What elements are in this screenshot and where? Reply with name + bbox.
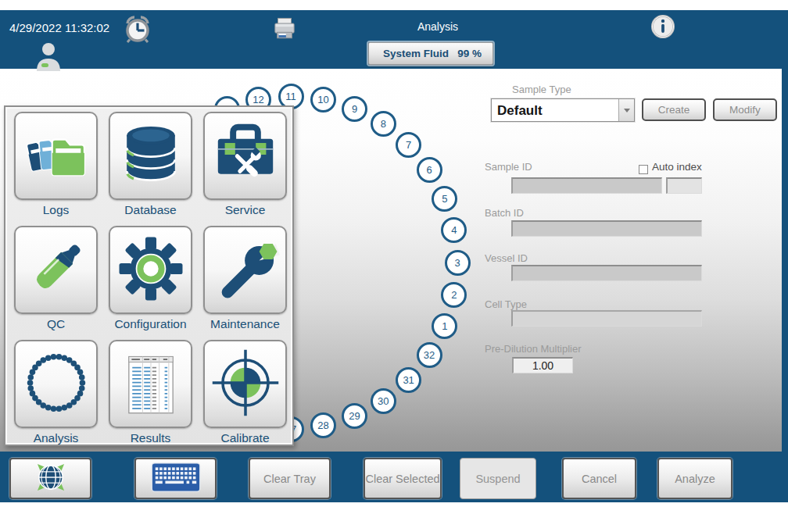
- batch-id-field[interactable]: [511, 220, 702, 237]
- tray-position-7[interactable]: 7: [396, 132, 421, 158]
- right-edge-strip: [782, 69, 788, 502]
- cell-type-label: Cell Type: [485, 298, 527, 310]
- tray-position-3[interactable]: 3: [445, 250, 471, 276]
- tray-position-8[interactable]: 8: [371, 111, 396, 137]
- toolbox-icon: [211, 120, 280, 192]
- batch-id-label: Batch ID: [485, 207, 524, 219]
- sample-index-field[interactable]: [666, 177, 702, 194]
- wrench-icon: [211, 234, 280, 306]
- vessel-id-label: Vessel ID: [485, 252, 528, 264]
- menu-tile-configuration[interactable]: [109, 226, 192, 314]
- sample-id-field[interactable]: [511, 177, 662, 194]
- analysis-screen: 1234567891011121314151617181920212223242…: [0, 0, 788, 532]
- system-fluid-indicator[interactable]: System Fluid 99 %: [368, 42, 493, 65]
- menu-tile-label: Maintenance: [203, 317, 287, 331]
- menu-tile-label: Service: [203, 203, 287, 217]
- vessel-id-field[interactable]: [511, 265, 702, 281]
- menu-tile-label: Results: [109, 431, 192, 445]
- suspend-button[interactable]: Suspend: [460, 458, 536, 499]
- pre-dilution-label: Pre-Dilution Multiplier: [485, 343, 582, 355]
- sample-type-dropdown[interactable]: Default: [491, 98, 635, 122]
- auto-index-checkbox[interactable]: [639, 165, 648, 174]
- tray-position-31[interactable]: 31: [396, 367, 421, 393]
- folders-icon: [22, 120, 91, 192]
- tray-position-32[interactable]: 32: [417, 342, 442, 368]
- tray-position-9[interactable]: 9: [342, 96, 367, 122]
- tray-position-6[interactable]: 6: [417, 157, 442, 183]
- analyze-button[interactable]: Analyze: [657, 458, 732, 499]
- sample-id-label: Sample ID: [485, 161, 532, 173]
- menu-tile-label: Analysis: [14, 431, 98, 445]
- menu-tile-calibrate[interactable]: [203, 340, 287, 428]
- system-fluid-label: System Fluid: [383, 48, 449, 59]
- database-icon: [116, 120, 185, 192]
- menu-tile-service[interactable]: [203, 112, 287, 200]
- menu-tile-label: QC: [14, 317, 98, 331]
- auto-index-label: Auto index: [652, 161, 702, 173]
- ampoule-icon: [22, 234, 91, 306]
- user-icon[interactable]: [34, 41, 63, 71]
- pre-dilution-field[interactable]: 1.00: [512, 357, 573, 373]
- cancel-button[interactable]: Cancel: [562, 458, 636, 499]
- alarm-clock-icon[interactable]: [124, 15, 152, 45]
- menu-tile-label: Logs: [14, 203, 98, 217]
- dropdown-button[interactable]: [618, 99, 634, 121]
- printer-icon[interactable]: [272, 16, 297, 42]
- chevron-down-icon: [624, 109, 630, 112]
- menu-panel: Logs Database Service: [4, 105, 294, 446]
- sample-type-value: Default: [492, 99, 618, 121]
- keyboard-icon: [151, 462, 201, 495]
- modify-button[interactable]: Modify: [713, 98, 777, 121]
- top-bar: 4/29/2022 11:32:02 Analysis System Fluid…: [0, 10, 788, 69]
- menu-tile-label: Calibrate: [203, 431, 287, 445]
- keyboard-button[interactable]: [134, 458, 217, 499]
- tray-position-30[interactable]: 30: [371, 388, 396, 414]
- globe-compass-icon: [27, 458, 74, 499]
- language-globe-button[interactable]: [9, 458, 91, 499]
- menu-tile-database[interactable]: [109, 112, 192, 200]
- tray-position-10[interactable]: 10: [310, 87, 336, 112]
- clear-tray-button[interactable]: Clear Tray: [249, 458, 331, 499]
- menu-tile-label: Configuration: [109, 317, 192, 331]
- menu-tile-logs[interactable]: [14, 112, 98, 200]
- menu-tile-maintenance[interactable]: [203, 226, 287, 314]
- cell-type-field[interactable]: [511, 310, 702, 327]
- page-title: Analysis: [360, 20, 516, 33]
- bottom-bar: Clear Tray Clear Selected Suspend Cancel…: [0, 452, 788, 502]
- target-icon: [211, 348, 280, 420]
- gear-icon: [116, 234, 185, 306]
- dotted-circle-icon: [22, 348, 91, 420]
- create-button[interactable]: Create: [642, 98, 706, 121]
- sample-type-label: Sample Type: [512, 84, 571, 95]
- menu-tile-label: Database: [109, 203, 192, 217]
- results-table-icon: [116, 348, 185, 420]
- datetime-label: 4/29/2022 11:32:02: [9, 21, 109, 34]
- menu-tile-analysis[interactable]: [14, 340, 98, 428]
- menu-tile-results[interactable]: [109, 340, 192, 428]
- system-fluid-value: 99 %: [457, 48, 482, 59]
- info-icon[interactable]: [650, 14, 675, 39]
- menu-tile-qc[interactable]: [14, 226, 98, 314]
- clear-selected-button[interactable]: Clear Selected: [364, 458, 442, 499]
